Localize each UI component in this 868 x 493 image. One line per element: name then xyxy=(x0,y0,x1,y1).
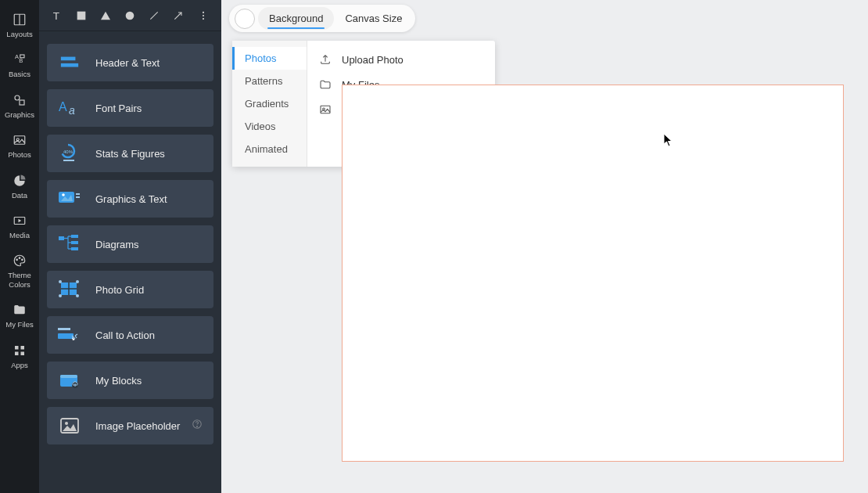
popup-tab-animated[interactable]: Animated xyxy=(232,138,307,160)
block-graphics-text[interactable]: Graphics & Text xyxy=(47,180,213,218)
line-tool[interactable] xyxy=(142,4,166,27)
my-blocks-icon xyxy=(58,369,81,392)
block-label: Graphics & Text xyxy=(95,193,167,205)
svg-point-11 xyxy=(16,259,18,261)
popup-category-tabs: Photos Patterns Gradients Videos Animate… xyxy=(232,41,307,167)
folder-icon xyxy=(11,301,28,318)
block-my-blocks[interactable]: My Blocks xyxy=(47,362,213,399)
svg-text:T: T xyxy=(53,9,59,21)
svg-rect-14 xyxy=(15,346,19,350)
svg-point-36 xyxy=(62,193,65,196)
svg-marker-68 xyxy=(664,134,672,146)
svg-point-21 xyxy=(126,11,135,20)
svg-point-62 xyxy=(65,422,68,425)
data-icon xyxy=(11,172,28,189)
block-image-placeholder[interactable]: Image Placeholder xyxy=(47,407,213,444)
svg-point-25 xyxy=(203,14,204,16)
svg-rect-40 xyxy=(71,235,78,238)
block-label: Font Pairs xyxy=(95,103,142,114)
more-shapes-button[interactable] xyxy=(192,4,215,27)
rail-label: Layouts xyxy=(6,30,32,38)
rail-theme-colors[interactable]: Theme Colors xyxy=(0,246,39,295)
rail-media[interactable]: Media xyxy=(0,206,39,246)
cta-icon xyxy=(58,323,81,347)
block-stats-figures[interactable]: 40% Stats & Figures xyxy=(47,135,213,172)
image-placeholder-icon xyxy=(58,414,81,437)
svg-line-23 xyxy=(174,13,181,20)
svg-rect-55 xyxy=(58,328,70,330)
popup-tab-videos[interactable]: Videos xyxy=(232,115,307,138)
block-label: Diagrams xyxy=(95,239,139,250)
popup-upload-photo[interactable]: Upload Photo xyxy=(307,47,495,72)
block-label: Stats & Figures xyxy=(95,148,165,160)
header-text-icon xyxy=(58,51,81,74)
rail-label: Data xyxy=(12,191,27,200)
block-font-pairs[interactable]: Aa Font Pairs xyxy=(47,89,213,127)
block-photo-grid[interactable]: Photo Grid xyxy=(47,271,213,308)
block-list: Header & Text Aa Font Pairs 40% Stats & … xyxy=(39,31,221,457)
rail-label: Basics xyxy=(9,70,30,78)
graphics-icon xyxy=(11,92,28,109)
svg-rect-38 xyxy=(76,196,80,198)
help-icon[interactable] xyxy=(192,419,203,433)
rectangle-tool[interactable] xyxy=(70,4,93,27)
svg-rect-42 xyxy=(71,247,78,250)
block-label: Photo Grid xyxy=(95,284,144,296)
apps-icon xyxy=(11,342,28,359)
tab-background[interactable]: Background xyxy=(258,7,334,30)
popup-tab-photos[interactable]: Photos xyxy=(232,47,307,70)
rail-basics[interactable]: AB Basics xyxy=(0,45,39,85)
triangle-tool[interactable] xyxy=(94,4,117,27)
svg-rect-6 xyxy=(20,100,24,105)
cursor-icon xyxy=(663,133,674,150)
folder-outline-icon xyxy=(318,77,332,92)
block-call-to-action[interactable]: Call to Action xyxy=(47,316,213,354)
left-rail: Layouts AB Basics Graphics Photos Data M… xyxy=(0,0,39,493)
svg-rect-28 xyxy=(61,63,78,67)
rail-label: Media xyxy=(9,231,30,239)
photo-library-icon xyxy=(318,103,332,117)
svg-rect-27 xyxy=(61,57,76,61)
svg-point-54 xyxy=(76,294,79,297)
ellipse-tool[interactable] xyxy=(118,4,142,27)
basics-panel: T Header & Text Aa Font Pairs 40% Stats … xyxy=(39,0,221,493)
block-label: Call to Action xyxy=(95,329,155,341)
canvas-toolbar: Background Canvas Size xyxy=(229,5,415,32)
block-header-text[interactable]: Header & Text xyxy=(47,44,213,81)
svg-point-12 xyxy=(19,257,20,259)
font-pairs-icon: Aa xyxy=(58,96,81,120)
svg-rect-59 xyxy=(60,375,77,378)
stats-icon: 40% xyxy=(58,142,81,165)
rail-apps[interactable]: Apps xyxy=(0,336,39,376)
rail-layouts[interactable]: Layouts xyxy=(0,5,39,45)
svg-point-65 xyxy=(197,426,198,426)
rail-my-files[interactable]: My Files xyxy=(0,295,39,335)
arrow-tool[interactable] xyxy=(167,4,190,27)
block-label: My Blocks xyxy=(95,375,142,387)
svg-marker-10 xyxy=(19,219,22,223)
rail-photos[interactable]: Photos xyxy=(0,125,39,165)
rail-data[interactable]: Data xyxy=(0,166,39,206)
svg-rect-19 xyxy=(77,11,86,20)
svg-rect-16 xyxy=(15,351,19,355)
shape-toolbar: T xyxy=(39,0,221,31)
svg-rect-41 xyxy=(71,241,78,244)
svg-text:A: A xyxy=(15,54,19,61)
svg-marker-20 xyxy=(101,11,110,20)
block-label: Header & Text xyxy=(95,57,160,69)
popup-item-label: Upload Photo xyxy=(342,54,404,66)
background-color-swatch[interactable] xyxy=(235,9,255,29)
svg-rect-17 xyxy=(21,351,25,355)
tab-canvas-size[interactable]: Canvas Size xyxy=(334,7,413,30)
popup-tab-gradients[interactable]: Gradients xyxy=(232,92,307,115)
svg-point-51 xyxy=(59,280,62,283)
graphics-text-icon xyxy=(58,187,81,211)
svg-text:a: a xyxy=(69,104,75,117)
svg-rect-56 xyxy=(58,333,74,339)
popup-tab-patterns[interactable]: Patterns xyxy=(232,70,307,92)
canvas[interactable] xyxy=(342,85,844,462)
text-tool[interactable]: T xyxy=(45,4,69,27)
svg-point-52 xyxy=(76,280,79,283)
rail-graphics[interactable]: Graphics xyxy=(0,85,39,125)
block-diagrams[interactable]: Diagrams xyxy=(47,225,213,263)
